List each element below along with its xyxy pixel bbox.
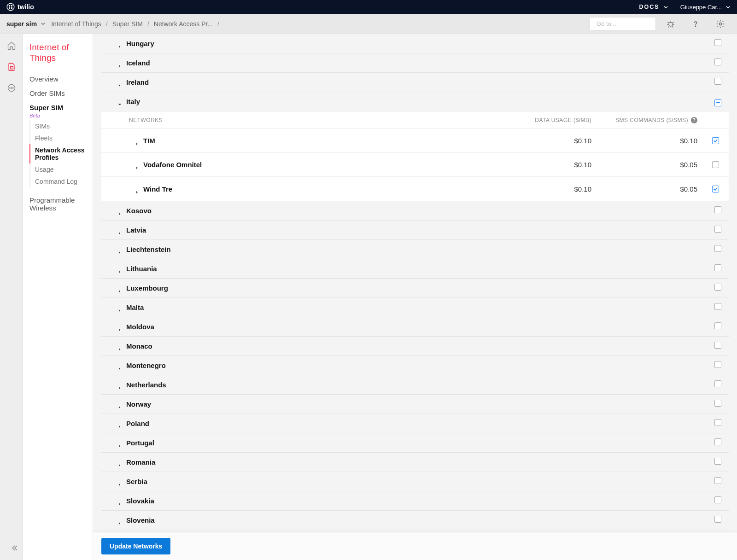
country-row[interactable]: Latvia bbox=[101, 221, 729, 240]
country-row[interactable]: Portugal bbox=[101, 433, 729, 453]
checkbox[interactable] bbox=[714, 361, 721, 368]
crumb[interactable]: Super SIM bbox=[112, 20, 143, 28]
main-content: HungaryIcelandIrelandItalyNETWORKSDATA U… bbox=[93, 34, 737, 560]
checkbox[interactable] bbox=[714, 303, 721, 310]
country-row[interactable]: Serbia bbox=[101, 472, 729, 491]
checkbox[interactable] bbox=[714, 477, 721, 484]
country-row[interactable]: Moldova bbox=[101, 317, 729, 337]
help-tooltip-icon[interactable]: ? bbox=[691, 117, 697, 123]
collapse-sidebar[interactable] bbox=[11, 544, 18, 554]
checkbox[interactable] bbox=[714, 342, 721, 349]
crumb-sep: / bbox=[147, 20, 149, 28]
checkbox[interactable] bbox=[714, 78, 721, 85]
checkbox[interactable] bbox=[714, 380, 721, 387]
sidebar-subitem-fleets[interactable]: Fleets bbox=[35, 132, 89, 144]
country-row[interactable]: Hungary bbox=[101, 34, 729, 53]
update-networks-button[interactable]: Update Networks bbox=[101, 538, 170, 554]
checkbox[interactable] bbox=[714, 284, 721, 291]
debug-button[interactable] bbox=[661, 14, 681, 34]
sidebar-subitem-command-log[interactable]: Command Log bbox=[35, 175, 89, 187]
caret-right-icon bbox=[118, 519, 122, 522]
user-menu[interactable]: Giuseppe Car... bbox=[680, 4, 731, 11]
more-icon bbox=[7, 83, 16, 93]
svg-point-3 bbox=[9, 7, 11, 9]
caret-right-icon bbox=[118, 248, 122, 251]
sidebar-item-programmable-wireless[interactable]: Programmable Wireless bbox=[29, 193, 89, 215]
country-row[interactable]: Romania bbox=[101, 453, 729, 472]
checkbox[interactable] bbox=[714, 458, 721, 465]
sidebar-subitem-network-access-profiles[interactable]: Network Access Profiles bbox=[29, 144, 89, 163]
rail-home[interactable] bbox=[6, 41, 17, 51]
crumb[interactable]: Network Access Pr... bbox=[154, 20, 213, 28]
checkbox[interactable] bbox=[714, 206, 721, 213]
country-row[interactable]: Montenegro bbox=[101, 356, 729, 375]
country-row[interactable]: Malta bbox=[101, 298, 729, 317]
checkbox[interactable] bbox=[714, 419, 721, 426]
breadcrumb: Internet of Things / Super SIM / Network… bbox=[51, 20, 219, 28]
checkbox[interactable] bbox=[714, 400, 721, 407]
rail-iot[interactable] bbox=[6, 62, 17, 72]
checkbox[interactable] bbox=[714, 58, 721, 65]
docs-menu[interactable]: DOCS bbox=[639, 4, 668, 10]
caret-right-icon bbox=[118, 267, 122, 271]
sidebar-subitem-sims[interactable]: SIMs bbox=[35, 120, 89, 132]
country-row[interactable]: Norway bbox=[101, 395, 729, 414]
help-button[interactable] bbox=[685, 14, 706, 34]
country-row[interactable]: Netherlands bbox=[101, 375, 729, 395]
checkbox[interactable] bbox=[712, 137, 719, 144]
collapse-icon bbox=[11, 544, 18, 552]
country-row[interactable]: Kosovo bbox=[101, 201, 729, 221]
icon-rail bbox=[0, 34, 23, 560]
checkbox[interactable] bbox=[712, 161, 719, 168]
country-row[interactable]: Ireland bbox=[101, 73, 729, 92]
user-label: Giuseppe Car... bbox=[680, 4, 722, 11]
sidebar-subitem-usage[interactable]: Usage bbox=[35, 163, 89, 175]
checkbox[interactable] bbox=[714, 264, 721, 271]
sidebar: Internet of Things Overview Order SIMs S… bbox=[23, 34, 93, 560]
country-name: Lithuania bbox=[126, 265, 157, 273]
checkbox[interactable] bbox=[714, 39, 721, 46]
checkbox[interactable] bbox=[714, 516, 721, 523]
country-row[interactable]: Liechtenstein bbox=[101, 240, 729, 259]
sms-price: $0.05 bbox=[601, 185, 702, 193]
col-data-usage: DATA USAGE ($/MB) bbox=[481, 117, 601, 123]
country-row[interactable]: Slovakia bbox=[101, 491, 729, 511]
country-name: Hungary bbox=[126, 40, 154, 47]
checkbox[interactable] bbox=[714, 99, 721, 106]
country-row[interactable]: Monaco bbox=[101, 337, 729, 356]
country-name: Monaco bbox=[126, 342, 152, 350]
network-name: Vodafone Omnitel bbox=[143, 161, 481, 169]
checkbox[interactable] bbox=[714, 496, 721, 503]
country-row[interactable]: Lithuania bbox=[101, 259, 729, 279]
country-name: Liechtenstein bbox=[126, 245, 171, 253]
rail-more[interactable] bbox=[6, 83, 17, 93]
country-row[interactable]: Luxembourg bbox=[101, 279, 729, 298]
sidebar-item-order-sims[interactable]: Order SIMs bbox=[29, 86, 89, 100]
network-row[interactable]: TIM$0.10$0.10 bbox=[101, 129, 729, 153]
checkbox[interactable] bbox=[712, 186, 719, 192]
country-row[interactable]: Slovenia bbox=[101, 511, 729, 530]
caret-right-icon bbox=[135, 139, 139, 142]
country-row[interactable]: Italy bbox=[101, 92, 729, 111]
country-row[interactable]: Iceland bbox=[101, 53, 729, 73]
checkbox[interactable] bbox=[714, 438, 721, 445]
caret-right-icon bbox=[118, 422, 122, 426]
network-row[interactable]: Wind Tre$0.10$0.05 bbox=[101, 177, 729, 201]
brand-logo[interactable]: twilio bbox=[6, 3, 34, 11]
settings-button[interactable] bbox=[710, 14, 731, 34]
checkbox[interactable] bbox=[714, 322, 721, 329]
product-switcher[interactable]: super sim bbox=[6, 20, 46, 28]
network-name: Wind Tre bbox=[143, 185, 481, 193]
caret-right-icon bbox=[135, 163, 139, 166]
checkbox[interactable] bbox=[714, 245, 721, 252]
sms-price: $0.10 bbox=[601, 137, 702, 145]
crumb[interactable]: Internet of Things bbox=[51, 20, 101, 28]
checkbox[interactable] bbox=[714, 226, 721, 233]
search-box[interactable] bbox=[590, 17, 656, 31]
country-name: Ireland bbox=[126, 78, 149, 86]
sidebar-item-overview[interactable]: Overview bbox=[29, 72, 89, 86]
caret-right-icon bbox=[118, 209, 122, 213]
caret-right-icon bbox=[118, 228, 122, 232]
country-row[interactable]: Poland bbox=[101, 414, 729, 433]
network-row[interactable]: Vodafone Omnitel$0.10$0.05 bbox=[101, 153, 729, 177]
